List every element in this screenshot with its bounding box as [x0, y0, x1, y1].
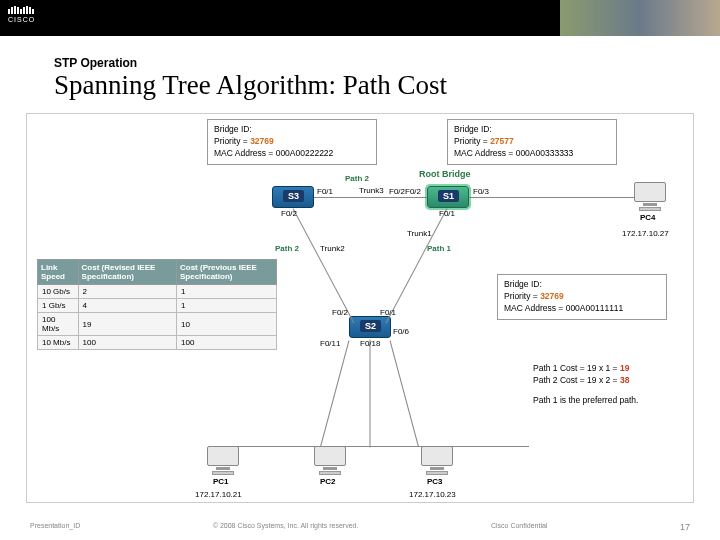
cisco-logo: CISCO [8, 6, 35, 23]
port-label: F0/18 [360, 339, 380, 348]
pc4-label: PC4 [640, 213, 656, 222]
pc3-ip: 172.17.10.23 [409, 490, 456, 499]
slide-title: Spanning Tree Algorithm: Path Cost [54, 70, 720, 101]
pc4-ip: 172.17.10.27 [622, 229, 669, 238]
port-label: F0/11 [320, 339, 340, 348]
trunk1-label: Trunk1 [407, 229, 432, 238]
bridge-id-s3: Bridge ID: Priority = 32769 MAC Address … [207, 119, 377, 165]
bridge-id-s1: Bridge ID: Priority = 27577 MAC Address … [447, 119, 617, 165]
port-label: F0/3 [473, 187, 489, 196]
presentation-id: Presentation_ID [30, 522, 80, 532]
page-number: 17 [680, 522, 690, 532]
table-row: 10 Mb/s100100 [38, 336, 277, 350]
pc4-icon [632, 182, 668, 212]
pc3-icon [419, 446, 455, 476]
link-trunk3 [314, 197, 427, 198]
table-row: 1 Gb/s41 [38, 299, 277, 313]
bridge-id-label: Bridge ID: [214, 124, 370, 136]
bridge-id-s2: Bridge ID: Priority = 32769 MAC Address … [497, 274, 667, 320]
switch-s3-label: S3 [283, 190, 304, 202]
path2-left-label: Path 2 [275, 244, 299, 253]
link-s2-pc1 [320, 340, 349, 447]
link-s1-pc4 [469, 197, 654, 198]
link-trunk2 [293, 208, 355, 323]
bridge-id-label: Bridge ID: [454, 124, 610, 136]
switch-s2-label: S2 [360, 320, 381, 332]
pc2-label: PC2 [320, 477, 336, 486]
pc1-icon [205, 446, 241, 476]
header-photo-strip [560, 0, 720, 36]
pc3-label: PC3 [427, 477, 443, 486]
title-area: STP Operation Spanning Tree Algorithm: P… [0, 36, 720, 109]
link-trunk1 [386, 208, 448, 323]
port-label: F0/1 [380, 308, 396, 317]
port-label: F0/6 [393, 327, 409, 336]
copyright: © 2008 Cisco Systems, Inc. All rights re… [213, 522, 359, 532]
root-bridge-label: Root Bridge [419, 169, 471, 179]
port-label: F0/2 [332, 308, 348, 317]
pc1-label: PC1 [213, 477, 229, 486]
bridge-id-label: Bridge ID: [504, 279, 660, 291]
path2-top-label: Path 2 [345, 174, 369, 183]
port-label: F0/2 [281, 209, 297, 218]
port-label: F0/2 [405, 187, 421, 196]
link-s2-pc3 [390, 340, 419, 447]
path1-label: Path 1 [427, 244, 451, 253]
cost-table: Link SpeedCost (Revised IEEE Specificati… [37, 259, 277, 350]
table-row: 10 Gb/s21 [38, 285, 277, 299]
slide-subtitle: STP Operation [54, 56, 720, 70]
confidential: Cisco Confidential [491, 522, 547, 532]
link-s2-pc2 [370, 340, 371, 448]
port-label: F0/2 [389, 187, 405, 196]
pc1-ip: 172.17.10.21 [195, 490, 242, 499]
footer: Presentation_ID © 2008 Cisco Systems, In… [0, 522, 720, 532]
port-label: F0/1 [317, 187, 333, 196]
table-row: 100 Mb/s1910 [38, 313, 277, 336]
pc2-icon [312, 446, 348, 476]
port-label: F0/1 [439, 209, 455, 218]
trunk3-label: Trunk3 [359, 186, 384, 195]
path-cost-calc: Path 1 Cost = 19 x 1 = 19 Path 2 Cost = … [527, 359, 687, 411]
switch-s1-label: S1 [438, 190, 459, 202]
top-bar: CISCO [0, 0, 720, 36]
diagram-area: Bridge ID: Priority = 32769 MAC Address … [26, 113, 694, 503]
trunk2-label: Trunk2 [320, 244, 345, 253]
